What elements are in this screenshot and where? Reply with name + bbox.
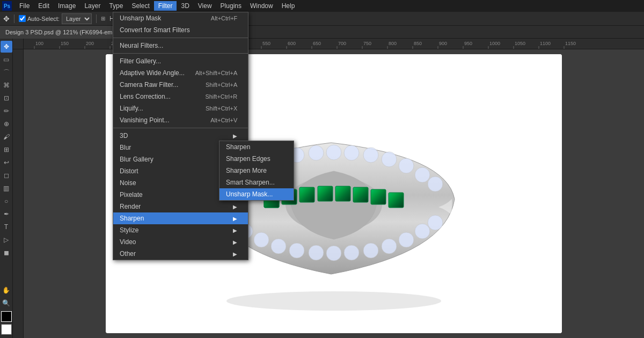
menu-div-1 <box>113 38 248 38</box>
auto-select-label: Auto-Select: <box>19 15 60 22</box>
menu-layer[interactable]: Layer <box>80 1 105 11</box>
svg-point-63 <box>399 158 414 173</box>
svg-point-58 <box>309 145 324 160</box>
svg-text:850: 850 <box>414 41 422 46</box>
menu-liquify[interactable]: Liquify... Shift+Ctrl+X <box>113 102 248 114</box>
sharpen-submenu: Sharpen Sharpen Edges Sharpen More Smart… <box>219 141 294 201</box>
svg-text:750: 750 <box>363 41 371 46</box>
tool-crop[interactable]: ⊡ <box>1 92 12 104</box>
svg-point-80 <box>309 245 324 260</box>
menu-stylize[interactable]: Stylize ▶ <box>113 224 248 236</box>
tool-brush[interactable]: 🖌 <box>1 131 12 143</box>
svg-text:1000: 1000 <box>489 41 500 46</box>
svg-text:200: 200 <box>86 41 94 46</box>
menu-bar: Ps File Edit Image Layer Type Select Fil… <box>0 0 644 12</box>
menu-filter-gallery[interactable]: Filter Gallery... <box>113 55 248 67</box>
tool-gradient[interactable]: ▥ <box>1 182 12 194</box>
tool-wand[interactable]: ⌘ <box>1 79 12 91</box>
tool-shape[interactable]: ◼ <box>1 247 12 259</box>
tool-type[interactable]: T <box>1 221 12 233</box>
menu-vanishing-point[interactable]: Vanishing Point... Alt+Ctrl+V <box>113 114 248 126</box>
menu-unsharp-mask-top[interactable]: Unsharp Mask Alt+Ctrl+F <box>113 12 248 24</box>
tool-eyedropper[interactable]: ✏ <box>1 105 12 117</box>
svg-point-79 <box>289 243 304 258</box>
svg-point-86 <box>415 224 430 239</box>
menu-help[interactable]: Help <box>277 1 299 11</box>
menu-window[interactable]: Window <box>246 1 277 11</box>
svg-point-83 <box>363 243 378 258</box>
fg-color-swatch[interactable] <box>1 311 12 322</box>
canvas-area: 1001502002503003504004505005506006507007… <box>13 39 644 338</box>
menu-plugins[interactable]: Plugins <box>216 1 246 11</box>
menu-select[interactable]: Select <box>127 1 153 11</box>
svg-rect-73 <box>353 187 368 202</box>
submenu-sharpen-edges[interactable]: Sharpen Edges <box>219 153 294 165</box>
tool-eraser[interactable]: ◻ <box>1 170 12 181</box>
menu-3d[interactable]: 3D <box>177 1 193 11</box>
menu-other[interactable]: Other ▶ <box>113 248 248 260</box>
tool-pathselect[interactable]: ▷ <box>1 234 12 246</box>
svg-rect-75 <box>389 193 404 208</box>
options-bar: ✥ Auto-Select: Layer ⊞ ⊢ ⊣ ⊤ ··· 3D Mode… <box>0 12 644 26</box>
svg-text:100: 100 <box>35 41 43 46</box>
menu-sharpen[interactable]: Sharpen ▶ <box>113 212 248 224</box>
menu-lens-correction[interactable]: Lens Correction... Shift+Ctrl+R <box>113 91 248 102</box>
tool-lasso[interactable]: ⌒ <box>1 67 12 78</box>
svg-text:1050: 1050 <box>515 41 525 46</box>
tool-clone[interactable]: ⊞ <box>1 144 12 156</box>
svg-point-85 <box>399 232 414 247</box>
menu-render[interactable]: Render ▶ <box>113 201 248 212</box>
menu-file[interactable]: File <box>15 1 34 11</box>
svg-text:1150: 1150 <box>565 41 576 46</box>
svg-text:1100: 1100 <box>540 41 551 46</box>
svg-point-88 <box>428 215 443 230</box>
svg-point-60 <box>344 145 359 160</box>
svg-point-64 <box>415 167 430 182</box>
submenu-unsharp-mask[interactable]: Unsharp Mask... <box>219 188 294 200</box>
bg-color-swatch[interactable] <box>1 324 12 335</box>
menu-video[interactable]: Video ▶ <box>113 236 248 248</box>
menu-filter[interactable]: Filter <box>154 1 177 11</box>
ruler-vertical <box>13 49 24 338</box>
main-area: ✥ ▭ ⌒ ⌘ ⊡ ✏ ⊕ 🖌 ⊞ ↩ ◻ ▥ ○ ✒ T ▷ ◼ ✋ 🔍 <box>0 39 644 338</box>
menu-edit[interactable]: Edit <box>34 1 54 11</box>
svg-point-59 <box>326 145 341 160</box>
submenu-smart-sharpen[interactable]: Smart Sharpen... <box>219 177 294 188</box>
menu-image[interactable]: Image <box>54 1 80 11</box>
tool-move[interactable]: ✥ <box>1 41 12 53</box>
menu-view[interactable]: View <box>194 1 216 11</box>
svg-point-84 <box>382 239 397 254</box>
svg-text:700: 700 <box>338 41 346 46</box>
filter-dropdown: Unsharp Mask Alt+Ctrl+F Convert for Smar… <box>113 12 248 260</box>
menu-3d[interactable]: 3D ▶ <box>113 130 248 142</box>
svg-text:950: 950 <box>464 41 472 46</box>
svg-text:550: 550 <box>262 41 270 46</box>
menu-neural-filters[interactable]: Neural Filters... <box>113 40 248 52</box>
tool-history[interactable]: ↩ <box>1 157 12 168</box>
menu-type[interactable]: Type <box>105 1 127 11</box>
tool-pen[interactable]: ✒ <box>1 208 12 220</box>
menu-camera-raw[interactable]: Camera Raw Filter... Shift+Ctrl+A <box>113 79 248 91</box>
tool-zoom[interactable]: 🔍 <box>1 297 12 309</box>
svg-point-82 <box>344 245 359 260</box>
auto-select-checkbox[interactable] <box>19 15 26 22</box>
auto-select-select[interactable]: Layer <box>62 13 92 24</box>
submenu-sharpen[interactable]: Sharpen <box>219 141 294 153</box>
tool-healbrush[interactable]: ⊕ <box>1 118 12 130</box>
svg-rect-45 <box>13 49 24 338</box>
submenu-sharpen-more[interactable]: Sharpen More <box>219 165 294 177</box>
ps-logo: Ps <box>2 1 12 11</box>
svg-rect-74 <box>371 189 386 204</box>
svg-text:900: 900 <box>439 41 447 46</box>
tool-marquee[interactable]: ▭ <box>1 54 12 65</box>
svg-point-77 <box>254 232 269 247</box>
tool-dodge[interactable]: ○ <box>1 195 12 207</box>
toolbar-sep-1 <box>14 14 14 23</box>
svg-rect-72 <box>335 186 350 201</box>
svg-point-62 <box>382 152 397 167</box>
doc-tab[interactable]: Design 3 PSD.psd @ 121% (FK6994-em... <box>0 26 123 39</box>
svg-text:600: 600 <box>288 41 296 46</box>
menu-convert-smart[interactable]: Convert for Smart Filters <box>113 24 248 36</box>
menu-adaptive-wide[interactable]: Adaptive Wide Angle... Alt+Shift+Ctrl+A <box>113 67 248 79</box>
tool-hand[interactable]: ✋ <box>1 284 12 296</box>
